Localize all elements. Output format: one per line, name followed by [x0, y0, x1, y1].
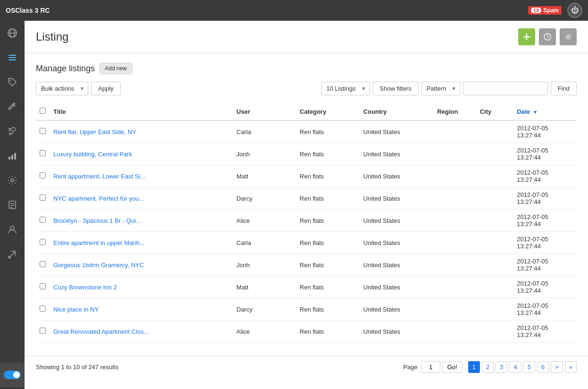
listing-region-6: [433, 254, 476, 276]
listing-city-4: [476, 210, 513, 232]
listing-title-6[interactable]: Gorgeous 1bdrm Gramercy, NYC: [53, 262, 144, 269]
table-row: Nice place in NY Darcy Ren flats United …: [36, 298, 577, 321]
listing-country-0: United States: [360, 120, 434, 143]
svg-rect-12: [14, 153, 16, 160]
help-button[interactable]: ?: [539, 28, 556, 45]
showing-text: Showing 1 to 10 of 247 results: [36, 364, 118, 371]
row-checkbox-3[interactable]: [40, 194, 46, 201]
row-checkbox-4[interactable]: [40, 217, 46, 223]
listing-title-2[interactable]: Rent appartment, Lower East Si...: [53, 173, 145, 180]
listing-country-8: United States: [360, 298, 434, 321]
add-new-button[interactable]: Add new: [100, 63, 132, 74]
sidebar-item-toggle[interactable]: [0, 363, 25, 387]
add-button[interactable]: [518, 28, 535, 45]
sidebar-item-settings[interactable]: [0, 168, 25, 193]
page-input[interactable]: [421, 361, 440, 373]
page-num-3[interactable]: 3: [496, 361, 507, 373]
listing-country-9: United States: [360, 321, 434, 343]
listing-date-4: 2012-07-05 13:27:44: [513, 210, 577, 232]
footer-bar: Showing 1 to 10 of 247 results Page Go! …: [25, 356, 588, 378]
page-num-2[interactable]: 2: [482, 361, 494, 373]
page-num-5[interactable]: 5: [523, 361, 535, 373]
listings-count-select[interactable]: 10 Listings: [321, 82, 370, 95]
listing-region-0: [433, 120, 476, 143]
col-header-region: Region: [433, 103, 476, 120]
listing-date-9: 2012-07-05 13:27:44: [513, 321, 577, 343]
svg-point-18: [10, 226, 14, 230]
sidebar-item-globe[interactable]: [0, 21, 25, 45]
toolbar: Bulk actions ▼ Apply 10 Listings ▼: [36, 82, 577, 95]
listing-date-3: 2012-07-05 13:27:44: [513, 187, 577, 210]
listing-country-5: United States: [360, 232, 434, 254]
sidebar: [0, 21, 25, 389]
listing-country-2: United States: [360, 165, 434, 187]
listing-category-1: Ren flats: [296, 143, 360, 165]
listing-category-9: Ren flats: [296, 321, 360, 343]
table-row: Rent flat, Upper East Side, NY Carla Ren…: [36, 120, 577, 143]
sidebar-item-wrench[interactable]: [0, 119, 25, 144]
listing-title-3[interactable]: NYC apartment. Perfect for you...: [53, 195, 144, 202]
table-row: Entire apartment in upper Manh... Carla …: [36, 232, 577, 254]
listing-title-4[interactable]: Brooklyn - Spacious 1 Br - Qui...: [53, 217, 141, 224]
page-label: Page: [403, 364, 417, 371]
listing-region-8: [433, 298, 476, 321]
gear-header-button[interactable]: [560, 28, 577, 45]
sidebar-item-tag[interactable]: [0, 70, 25, 94]
page-num->[interactable]: >: [551, 361, 563, 373]
sidebar-item-report[interactable]: [0, 193, 25, 217]
row-checkbox-2[interactable]: [40, 172, 46, 178]
sidebar-item-user[interactable]: [0, 217, 25, 242]
sidebar-item-eraser[interactable]: [0, 94, 25, 119]
page-num-»[interactable]: »: [565, 361, 577, 373]
select-all-checkbox[interactable]: [40, 108, 46, 114]
row-checkbox-9[interactable]: [40, 328, 46, 334]
search-input[interactable]: [463, 82, 548, 95]
row-checkbox-8[interactable]: [40, 305, 46, 312]
apply-button[interactable]: Apply: [91, 82, 121, 95]
go-button[interactable]: Go!: [442, 361, 462, 373]
col-header-title: Title: [50, 103, 233, 120]
listing-region-5: [433, 232, 476, 254]
listing-country-4: United States: [360, 210, 434, 232]
sidebar-item-chart[interactable]: [0, 144, 25, 168]
listing-category-6: Ren flats: [296, 254, 360, 276]
row-checkbox-0[interactable]: [40, 128, 46, 134]
listing-category-2: Ren flats: [296, 165, 360, 187]
spam-badge[interactable]: 10 Spam: [528, 6, 562, 15]
listing-city-6: [476, 254, 513, 276]
listing-region-2: [433, 165, 476, 187]
listing-title-9[interactable]: Great Renovated Apartment Clos...: [53, 328, 149, 335]
listing-title-7[interactable]: Cozy Brownstone Inn 2: [53, 284, 117, 291]
listing-title-8[interactable]: Nice place in NY: [53, 306, 99, 313]
listing-title-1[interactable]: Luxury building, Central Park: [53, 151, 132, 158]
row-checkbox-1[interactable]: [40, 150, 46, 156]
page-num-6[interactable]: 6: [537, 361, 549, 373]
sidebar-item-tools2[interactable]: [0, 242, 25, 266]
spam-label: Spam: [543, 7, 559, 14]
row-checkbox-7[interactable]: [40, 283, 46, 289]
page-num-4[interactable]: 4: [509, 361, 521, 373]
bulk-actions-select[interactable]: Bulk actions: [36, 82, 88, 95]
find-button[interactable]: Find: [551, 82, 577, 95]
pattern-select[interactable]: Pattern: [421, 82, 460, 95]
listing-category-7: Ren flats: [296, 276, 360, 298]
col-header-date[interactable]: Date ▼: [513, 103, 577, 120]
pagination: Page Go! 123456>»: [403, 361, 577, 373]
spam-count: 10: [531, 8, 541, 13]
listing-title-5[interactable]: Entire apartment in upper Manh...: [53, 239, 145, 246]
col-header-user: User: [233, 103, 296, 120]
listing-region-3: [433, 187, 476, 210]
sidebar-item-list[interactable]: [0, 45, 25, 70]
row-checkbox-6[interactable]: [40, 261, 46, 267]
svg-rect-3: [8, 55, 16, 56]
page-num-1[interactable]: 1: [468, 361, 480, 373]
show-filters-button[interactable]: Show filters: [373, 82, 419, 95]
listing-category-0: Ren flats: [296, 120, 360, 143]
row-checkbox-5[interactable]: [40, 239, 46, 245]
listing-country-3: United States: [360, 187, 434, 210]
power-button[interactable]: ⏻: [567, 3, 582, 18]
listing-title-0[interactable]: Rent flat, Upper East Side, NY: [53, 128, 136, 135]
svg-rect-5: [8, 59, 16, 60]
listing-user-8: Darcy: [233, 298, 296, 321]
listings-table: Title User Category Country: [36, 103, 577, 343]
